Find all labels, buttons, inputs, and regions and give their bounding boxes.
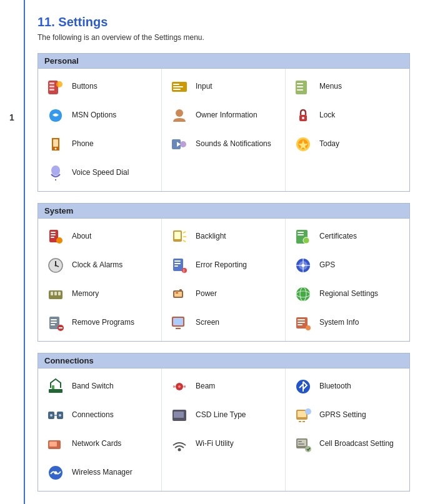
svg-rect-52 bbox=[174, 263, 181, 264]
svg-rect-37 bbox=[54, 292, 57, 295]
label-band-switch: Band Switch bbox=[72, 382, 114, 392]
icon-connections bbox=[46, 405, 66, 425]
svg-point-110 bbox=[305, 446, 311, 452]
icon-buttons bbox=[46, 77, 66, 97]
section-header-system: System bbox=[38, 204, 409, 219]
menu-item-beam[interactable]: Beam bbox=[167, 372, 280, 401]
label-msn-options: MSN Options bbox=[72, 111, 116, 121]
svg-rect-98 bbox=[180, 420, 183, 421]
svg-rect-42 bbox=[51, 324, 55, 325]
menu-item-today[interactable]: Today bbox=[291, 130, 404, 159]
menu-item-buttons[interactable]: Buttons bbox=[43, 72, 156, 101]
svg-rect-103 bbox=[299, 421, 301, 422]
menu-item-clock-alarms[interactable]: Clock & Alarms bbox=[43, 251, 156, 280]
menu-item-csd-line-type[interactable]: CSD Line Type bbox=[167, 401, 280, 430]
menu-item-backlight[interactable]: Backlight bbox=[167, 222, 280, 251]
menu-item-lock[interactable]: Lock bbox=[291, 101, 404, 130]
svg-rect-27 bbox=[51, 232, 56, 233]
menu-item-system-info[interactable]: System Info bbox=[291, 309, 404, 337]
icon-network-cards bbox=[46, 434, 66, 454]
section-col-personal-1: InputOwner InformationSounds & Notificat… bbox=[162, 69, 286, 191]
menu-item-msn-options[interactable]: MSN Options bbox=[43, 101, 156, 130]
section-body-system: AboutClock & AlarmsMemoryRemove Programs… bbox=[38, 219, 409, 341]
menu-item-sounds-notifications[interactable]: Sounds & Notifications bbox=[167, 130, 280, 159]
menu-item-network-cards[interactable]: Network Cards bbox=[43, 430, 156, 458]
icon-wifi-utility bbox=[169, 434, 189, 454]
svg-rect-88 bbox=[49, 442, 57, 447]
label-voice-speed-dial: Voice Speed Dial bbox=[72, 168, 129, 178]
icon-csd-line-type bbox=[169, 405, 189, 425]
section-header-personal: Personal bbox=[38, 54, 409, 69]
svg-point-30 bbox=[56, 237, 62, 244]
icon-phone bbox=[46, 134, 66, 154]
svg-rect-41 bbox=[51, 322, 57, 323]
icon-cell-broadcast-setting bbox=[293, 434, 313, 454]
menu-item-cell-broadcast-setting[interactable]: Cell Broadcast Setting bbox=[291, 430, 404, 458]
menu-item-menus[interactable]: Menus bbox=[291, 72, 404, 101]
menu-item-input[interactable]: Input bbox=[167, 72, 280, 101]
svg-point-105 bbox=[305, 408, 311, 415]
icon-screen bbox=[169, 313, 189, 333]
menu-item-band-switch[interactable]: Band Switch bbox=[43, 372, 156, 401]
menu-item-wireless-manager[interactable]: Wireless Manager bbox=[43, 458, 156, 487]
icon-input bbox=[169, 77, 189, 97]
svg-rect-29 bbox=[51, 237, 54, 238]
menu-item-connections[interactable]: Connections bbox=[43, 401, 156, 430]
svg-point-13 bbox=[176, 109, 183, 117]
icon-memory bbox=[46, 284, 66, 304]
svg-text:!: ! bbox=[183, 269, 184, 273]
section-col-personal-0: ButtonsMSN OptionsPhoneVoice Speed Dial bbox=[38, 69, 162, 191]
svg-rect-3 bbox=[49, 89, 54, 91]
menu-item-remove-programs[interactable]: Remove Programs bbox=[43, 309, 156, 337]
svg-rect-76 bbox=[298, 319, 305, 320]
menu-item-voice-speed-dial[interactable]: Voice Speed Dial bbox=[43, 159, 156, 187]
svg-rect-64 bbox=[298, 232, 304, 233]
label-menus: Menus bbox=[319, 82, 342, 92]
icon-power bbox=[169, 284, 189, 304]
label-screen: Screen bbox=[196, 318, 219, 328]
svg-rect-12 bbox=[173, 89, 181, 90]
menu-item-gps[interactable]: GPS bbox=[291, 251, 404, 280]
label-system-info: System Info bbox=[319, 318, 359, 328]
svg-rect-51 bbox=[174, 260, 181, 262]
svg-rect-62 bbox=[176, 328, 181, 329]
icon-msn-options bbox=[46, 106, 66, 126]
menu-item-about[interactable]: About bbox=[43, 222, 156, 251]
menu-item-error-reporting[interactable]: !Error Reporting bbox=[167, 251, 280, 280]
menu-item-power[interactable]: Power bbox=[167, 280, 280, 309]
menu-item-owner-information[interactable]: Owner Information bbox=[167, 101, 280, 130]
icon-owner-information bbox=[169, 106, 189, 126]
icon-regional-settings bbox=[293, 284, 313, 304]
icon-bluetooth bbox=[293, 377, 313, 397]
icon-system-info bbox=[293, 313, 313, 333]
menu-item-certificates[interactable]: Certificates bbox=[291, 222, 404, 251]
label-regional-settings: Regional Settings bbox=[319, 289, 378, 299]
svg-rect-18 bbox=[297, 83, 303, 84]
svg-rect-77 bbox=[298, 322, 305, 323]
icon-lock bbox=[293, 106, 313, 126]
menu-item-bluetooth[interactable]: Bluetooth bbox=[291, 372, 404, 401]
menu-item-memory[interactable]: Memory bbox=[43, 280, 156, 309]
svg-point-7 bbox=[51, 166, 60, 175]
menu-item-wifi-utility[interactable]: Wi-Fi Utility bbox=[167, 430, 280, 458]
svg-point-6 bbox=[55, 148, 57, 150]
svg-rect-108 bbox=[298, 441, 302, 442]
svg-rect-11 bbox=[173, 86, 183, 87]
menu-item-regional-settings[interactable]: Regional Settings bbox=[291, 280, 404, 309]
label-beam: Beam bbox=[196, 382, 215, 392]
label-wifi-utility: Wi-Fi Utility bbox=[196, 439, 234, 449]
menu-item-screen[interactable]: Screen bbox=[167, 309, 280, 337]
label-csd-line-type: CSD Line Type bbox=[196, 410, 246, 420]
icon-certificates bbox=[293, 227, 313, 247]
icon-today bbox=[293, 134, 313, 154]
icon-gprs-setting bbox=[293, 405, 313, 425]
icon-clock-alarms bbox=[46, 255, 66, 275]
svg-line-49 bbox=[183, 240, 186, 242]
label-memory: Memory bbox=[72, 289, 99, 299]
icon-gps bbox=[293, 255, 313, 275]
svg-rect-46 bbox=[174, 232, 181, 239]
main-content: 11. Settings The following is an overvie… bbox=[25, 0, 425, 504]
menu-item-phone[interactable]: Phone bbox=[43, 130, 156, 159]
menu-item-gprs-setting[interactable]: GPRS Setting bbox=[291, 401, 404, 430]
icon-remove-programs bbox=[46, 313, 66, 333]
